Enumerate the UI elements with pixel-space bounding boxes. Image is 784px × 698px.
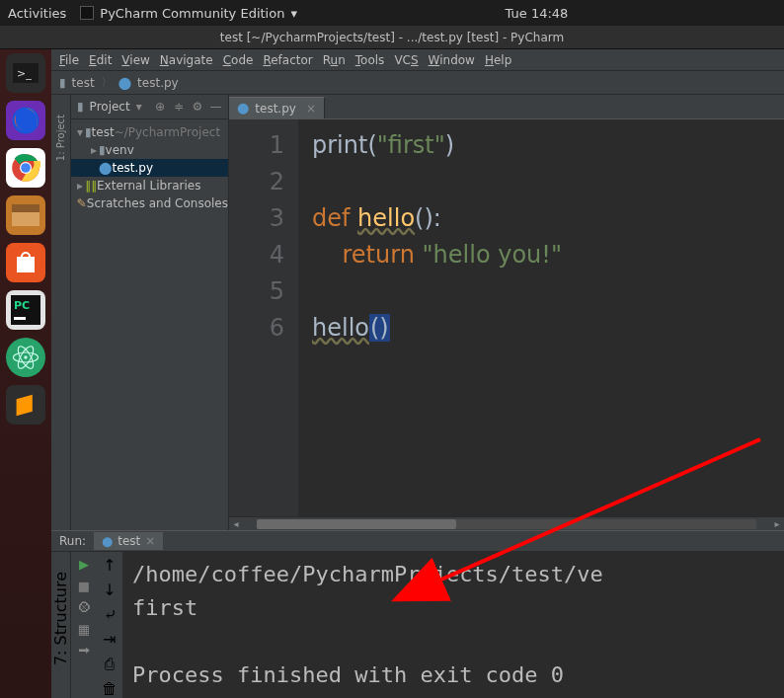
navigation-bar[interactable]: ▮ test 〉 ⬤ test.py xyxy=(51,71,784,95)
svg-text:>_: >_ xyxy=(17,67,32,80)
line-number-gutter: 123456 xyxy=(229,119,298,516)
breadcrumb-separator: 〉 xyxy=(101,74,113,91)
menu-run[interactable]: Run xyxy=(323,53,346,67)
main-menu: File Edit View Navigate Code Refactor Ru… xyxy=(51,49,784,71)
scrollbar-thumb[interactable] xyxy=(257,519,456,529)
ubuntu-dock: >_ PC xyxy=(0,49,51,698)
run-tool-window: Run: ⬤ test × 7: Structure ▶ ■ ⭙ ▦ ⮕ ↑ ↓… xyxy=(51,530,784,698)
dock-files[interactable] xyxy=(6,195,45,235)
svg-point-2 xyxy=(13,108,39,134)
folder-icon: ▮ xyxy=(59,76,66,90)
python-file-icon: ⬤ xyxy=(118,76,131,90)
print-icon[interactable]: ⎙ xyxy=(105,655,115,673)
sublime-icon xyxy=(13,392,39,418)
editor-h-scrollbar[interactable]: ◂ ▸ xyxy=(229,516,784,530)
activities-button[interactable]: Activities xyxy=(8,6,66,21)
code-editor[interactable]: 123456 print("first") def hello(): retur… xyxy=(229,119,784,516)
menu-edit[interactable]: Edit xyxy=(89,53,112,67)
menu-help[interactable]: Help xyxy=(485,53,511,67)
editor-tab-testpy[interactable]: ⬤ test.py × xyxy=(229,97,325,118)
menu-refactor[interactable]: Refactor xyxy=(263,53,312,67)
menu-file[interactable]: File xyxy=(59,53,79,67)
tree-row[interactable]: ✎ Scratches and Consoles xyxy=(71,194,228,212)
menu-vcs[interactable]: VCS xyxy=(394,53,418,67)
svg-point-5 xyxy=(21,163,31,173)
chevron-down-icon[interactable]: ▾ xyxy=(136,100,142,114)
stop-icon[interactable]: ■ xyxy=(76,578,92,593)
project-title: Project xyxy=(90,100,130,114)
menu-window[interactable]: Window xyxy=(429,53,475,67)
python-file-icon: ⬤ xyxy=(237,102,249,115)
breadcrumb-file[interactable]: test.py xyxy=(137,76,179,90)
menu-view[interactable]: View xyxy=(121,53,149,67)
run-label: Run: xyxy=(59,534,86,548)
menu-tools[interactable]: Tools xyxy=(355,53,385,67)
soft-wrap-icon[interactable]: ⤶ xyxy=(104,605,117,624)
svg-point-15 xyxy=(24,355,27,358)
dock-software[interactable] xyxy=(6,243,45,282)
run-toolbar-secondary: ↑ ↓ ⤶ ⇥ ⎙ 🗑 xyxy=(97,552,122,698)
menu-code[interactable]: Code xyxy=(223,53,254,67)
editor: ⬤ test.py × 123456 print("first") def he… xyxy=(229,95,784,530)
app-menu[interactable]: PyCharm Community Edition ▾ xyxy=(80,6,297,21)
svg-rect-7 xyxy=(12,212,39,226)
scrollbar-track[interactable] xyxy=(257,519,756,529)
run-config-tab[interactable]: ⬤ test × xyxy=(94,532,163,550)
dock-sublime[interactable] xyxy=(6,385,45,425)
tree-row[interactable]: ⬤ test.py xyxy=(71,159,228,177)
collapse-all-icon[interactable]: ≑ xyxy=(173,100,186,114)
scroll-left-icon[interactable]: ◂ xyxy=(229,518,243,529)
up-icon[interactable]: ↑ xyxy=(103,556,116,575)
scroll-end-icon[interactable]: ⇥ xyxy=(103,630,116,649)
dock-terminal[interactable]: >_ xyxy=(6,53,45,93)
files-icon xyxy=(12,204,39,226)
dock-atom[interactable] xyxy=(6,338,45,377)
window-title: test [~/PycharmProjects/test] - .../test… xyxy=(0,26,784,49)
svg-rect-11 xyxy=(14,317,26,320)
svg-rect-6 xyxy=(12,204,39,212)
clear-icon[interactable]: 🗑 xyxy=(102,679,118,698)
breadcrumb-project[interactable]: test xyxy=(72,76,95,90)
scroll-from-source-icon[interactable]: ⊕ xyxy=(154,100,167,114)
pycharm-icon xyxy=(80,6,94,20)
hide-icon[interactable]: — xyxy=(209,100,222,114)
tree-row[interactable]: ▸ ▮ venv xyxy=(71,141,228,159)
shopping-bag-icon xyxy=(14,251,38,274)
tree-row[interactable]: ▸ ∥∥ External Libraries xyxy=(71,177,228,194)
editor-tab-label: test.py xyxy=(255,102,296,116)
project-header: ▮ Project ▾ ⊕ ≑ ⚙ — xyxy=(71,95,228,119)
chrome-icon xyxy=(11,153,40,183)
layout-icon[interactable]: ▦ xyxy=(76,621,92,637)
ubuntu-top-panel: Activities PyCharm Community Edition ▾ T… xyxy=(0,0,784,26)
gear-icon[interactable]: ⚙ xyxy=(191,100,203,114)
firefox-icon xyxy=(11,106,40,135)
dock-pycharm[interactable]: PC xyxy=(6,290,45,330)
close-tab-icon[interactable]: × xyxy=(306,102,316,116)
tree-row[interactable]: ▾ ▮ test ~/PycharmProject xyxy=(71,123,228,141)
structure-tool-stripe: 7: Structure xyxy=(51,552,71,698)
close-icon[interactable]: × xyxy=(145,534,155,548)
project-view-icon: ▮ xyxy=(77,100,84,114)
dock-firefox[interactable] xyxy=(6,101,45,140)
code-area[interactable]: print("first") def hello(): return "hell… xyxy=(298,119,562,516)
menu-navigate[interactable]: Navigate xyxy=(160,53,213,67)
exit-icon[interactable]: ⭙ xyxy=(76,599,92,615)
project-tool-button[interactable]: 1: Project xyxy=(55,115,66,161)
structure-tool-button[interactable]: 7: Structure xyxy=(51,572,70,665)
down-icon[interactable]: ↓ xyxy=(103,581,116,599)
dock-chrome[interactable] xyxy=(6,148,45,188)
rerun-icon[interactable]: ▶ xyxy=(76,556,92,572)
project-tool-window: ▮ Project ▾ ⊕ ≑ ⚙ — ▾ ▮ test ~/PycharmPr… xyxy=(71,95,229,530)
atom-icon xyxy=(12,344,39,371)
svg-text:PC: PC xyxy=(14,299,30,312)
scroll-right-icon[interactable]: ▸ xyxy=(770,518,784,529)
project-tree[interactable]: ▾ ▮ test ~/PycharmProject▸ ▮ venv ⬤ test… xyxy=(71,119,228,216)
pin-icon[interactable]: ⮕ xyxy=(76,643,92,659)
left-tool-stripe: 1: Project xyxy=(51,95,71,530)
python-file-icon: ⬤ xyxy=(102,536,113,547)
clock[interactable]: Tue 14:48 xyxy=(297,6,776,21)
svg-rect-8 xyxy=(17,257,35,272)
run-console[interactable]: /home/coffee/PycharmProjects/test/ve fir… xyxy=(122,552,784,698)
terminal-icon: >_ xyxy=(13,63,39,83)
run-toolbar-primary: ▶ ■ ⭙ ▦ ⮕ xyxy=(71,552,97,698)
